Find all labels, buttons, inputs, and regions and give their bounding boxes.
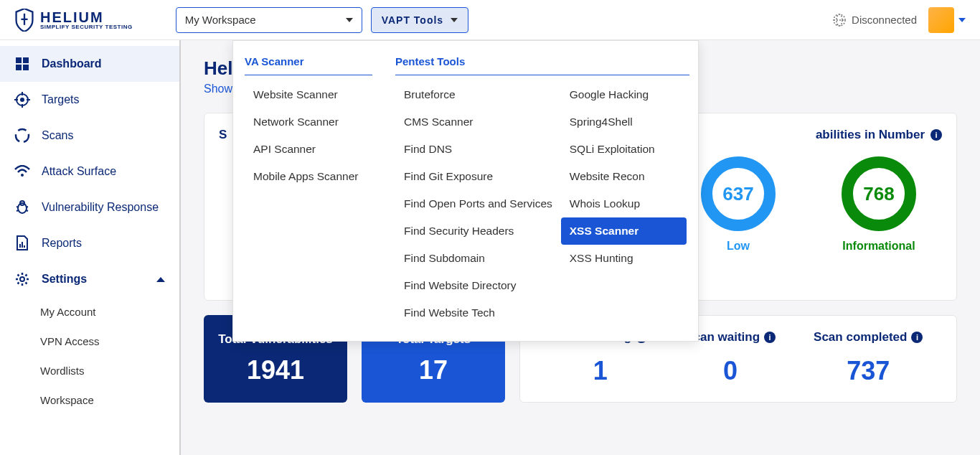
nav-label: Settings [42,273,87,286]
vapt-label: VAPT Tools [382,14,443,26]
svg-rect-7 [16,65,22,70]
dd-item-mobile-apps-scanner[interactable]: Mobile Apps Scanner [245,163,372,190]
dd-head-va-scanner: VA Scanner [245,55,372,75]
svg-line-20 [26,207,28,207]
card-left-title: S [219,128,227,142]
user-menu[interactable] [928,7,966,33]
main-content: Helium Showing v S abilities in Number i… [181,40,980,455]
dd-item-find-open-ports[interactable]: Find Open Ports and Services [395,190,561,217]
svg-line-22 [26,210,28,211]
nav-settings[interactable]: Settings [0,261,179,297]
caret-down-icon [346,18,353,22]
svg-rect-8 [23,65,29,70]
donut-low: 637 Low [701,156,776,253]
logo-name: HELIUM [40,10,133,24]
dd-item-website-scanner[interactable]: Website Scanner [245,81,372,108]
caret-down-icon [451,18,458,22]
workspace-value: My Workspace [185,14,256,26]
nav-settings-wordlists[interactable]: Wordlists [0,356,179,385]
donut-informational: 768 Informational [842,156,916,253]
dd-item-find-dns[interactable]: Find DNS [395,136,561,163]
vapt-tools-button[interactable]: VAPT Tools [371,7,468,33]
sidebar: Dashboard Targets Scans Attack Surface V… [0,40,181,455]
avatar [928,7,954,33]
topbar: HELIUM SIMPLIFY SECURITY TESTING My Work… [0,0,980,40]
info-icon[interactable]: i [911,332,923,343]
caret-down-icon [958,18,966,22]
dd-item-sqli-exploitation[interactable]: SQLi Exploitation [561,136,687,163]
donut-low-label: Low [727,240,750,253]
dd-item-find-git-exposure[interactable]: Find Git Exposure [395,163,561,190]
svg-rect-24 [22,242,23,248]
logo-tagline: SIMPLIFY SECURITY TESTING [40,24,133,30]
info-icon[interactable]: i [764,332,776,343]
svg-line-21 [17,210,19,211]
nav-dashboard[interactable]: Dashboard [0,46,179,82]
nav-vuln-response[interactable]: Vulnerability Response [0,189,179,225]
nav-label: Scans [42,129,73,142]
wifi-icon [14,164,30,179]
svg-point-16 [21,174,24,177]
stat-value: 1941 [218,355,333,385]
donut-low-value: 637 [701,156,776,231]
svg-point-10 [20,98,24,102]
workspace-select[interactable]: My Workspace [176,7,362,33]
svg-point-15 [16,129,29,142]
scan-waiting: Scan waitingi 0 [685,330,776,388]
gear-icon [14,271,30,287]
nav-targets[interactable]: Targets [0,82,179,118]
dd-item-bruteforce[interactable]: Bruteforce [395,81,561,108]
dd-item-find-subdomain[interactable]: Find Subdomain [395,245,561,272]
info-icon[interactable]: i [930,129,942,141]
dd-item-xss-hunting[interactable]: XSS Hunting [561,245,687,272]
nav-label: Dashboard [42,57,102,70]
svg-rect-25 [24,245,25,248]
svg-rect-5 [16,57,22,63]
nav-label: Reports [42,237,82,250]
svg-rect-23 [19,244,21,248]
reports-icon [14,235,30,251]
scans-icon [14,128,30,144]
scan-running-value: 1 [554,356,648,386]
scan-completed-value: 737 [814,356,923,386]
scan-completed: Scan completedi 737 [814,330,923,388]
vapt-dropdown: VA Scanner Website Scanner Network Scann… [232,40,699,342]
connection-label: Disconnected [852,14,917,26]
logo: HELIUM SIMPLIFY SECURITY TESTING [14,9,133,32]
nav-attack-surface[interactable]: Attack Surface [0,154,179,189]
nav-label: Vulnerability Response [42,201,159,214]
chevron-up-icon [156,277,165,282]
dd-head-pentest-tools: Pentest Tools [395,55,689,75]
bug-icon [14,200,30,215]
dd-item-whois-lookup[interactable]: Whois Lookup [561,190,687,217]
nav-settings-workspace[interactable]: Workspace [0,385,179,415]
card-vuln-title: abilities in Number [816,128,925,142]
nav-reports[interactable]: Reports [0,225,179,261]
dd-item-xss-scanner[interactable]: XSS Scanner [561,217,687,245]
nav-label: Attack Surface [42,165,116,178]
nav-scans[interactable]: Scans [0,118,179,154]
dd-item-api-scanner[interactable]: API Scanner [245,136,372,163]
nav-settings-vpn-access[interactable]: VPN Access [0,327,179,356]
stat-value: 17 [376,355,491,385]
svg-rect-6 [23,57,29,63]
dd-item-google-hacking[interactable]: Google Hacking [561,81,687,108]
connection-status: Disconnected [833,14,917,27]
nav-label: Targets [42,93,79,106]
scan-waiting-value: 0 [685,356,776,386]
dd-item-find-security-headers[interactable]: Find Security Headers [395,217,561,245]
donut-info-label: Informational [842,240,915,253]
dd-item-network-scanner[interactable]: Network Scanner [245,108,372,136]
dd-item-spring4shell[interactable]: Spring4Shell [561,108,687,136]
nav-settings-my-account[interactable]: My Account [0,297,179,327]
dd-item-find-website-directory[interactable]: Find Website Directory [395,272,561,299]
dd-item-website-recon[interactable]: Website Recon [561,163,687,190]
dashboard-icon [14,56,30,72]
dd-item-cms-scanner[interactable]: CMS Scanner [395,108,561,136]
logo-shield-icon [14,9,34,32]
donut-info-value: 768 [842,156,916,231]
scan-completed-title: Scan completed [814,330,907,344]
target-icon [14,92,30,108]
svg-point-26 [20,277,24,281]
dd-item-find-website-tech[interactable]: Find Website Tech [395,299,561,327]
